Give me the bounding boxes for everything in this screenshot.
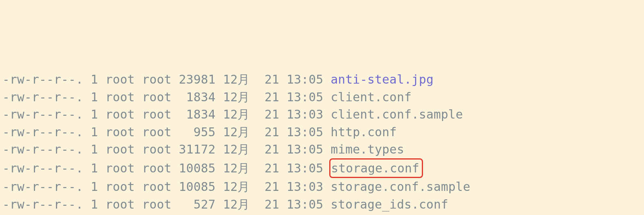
col-links: 1 (91, 90, 98, 104)
col-month: 12月 (223, 72, 250, 86)
col-links: 1 (91, 72, 98, 86)
file-row: -rw-r--r--. 1 root root 31172 12月 21 13:… (2, 141, 642, 158)
col-month: 12月 (223, 197, 250, 211)
col-owner: root (105, 72, 135, 86)
col-perms: -rw-r--r--. (2, 180, 83, 194)
col-perms: -rw-r--r--. (2, 72, 83, 86)
col-size: 10085 (179, 161, 215, 175)
col-day: 21 (264, 180, 279, 194)
col-month: 12月 (223, 125, 250, 139)
col-perms: -rw-r--r--. (2, 125, 83, 139)
file-row: -rw-r--r--. 1 root root 1834 12月 21 13:0… (2, 106, 642, 123)
col-owner: root (105, 180, 135, 194)
col-month: 12月 (223, 90, 250, 104)
file-row: -rw-r--r--. 1 root root 955 12月 21 13:05… (2, 123, 642, 141)
file-name: client.conf.sample (331, 107, 463, 121)
col-owner: root (105, 125, 135, 139)
col-perms: -rw-r--r--. (2, 161, 83, 175)
col-owner: root (105, 197, 135, 211)
file-name: storage_ids.conf (331, 197, 448, 211)
file-name: http.conf (331, 125, 397, 139)
col-month: 12月 (223, 180, 250, 194)
file-row: -rw-r--r--. 1 root root 23981 12月 21 13:… (2, 71, 642, 88)
file-row: -rw-r--r--. 1 root root 527 12月 21 13:05… (2, 196, 642, 213)
col-time: 13:05 (287, 197, 323, 211)
col-size: 31172 (179, 142, 215, 156)
col-links: 1 (91, 142, 98, 156)
col-size: 955 (179, 125, 215, 139)
file-name: mime.types (331, 142, 405, 156)
col-size: 1834 (179, 107, 215, 121)
col-day: 21 (264, 90, 279, 104)
col-group: root (142, 197, 171, 211)
col-time: 13:05 (287, 90, 323, 104)
col-group: root (142, 107, 171, 121)
file-row: -rw-r--r--. 1 root root 10085 12月 21 13:… (2, 178, 642, 196)
col-owner: root (105, 90, 135, 104)
col-size: 10085 (179, 180, 215, 194)
col-perms: -rw-r--r--. (2, 142, 83, 156)
col-group: root (142, 180, 171, 194)
col-day: 21 (264, 197, 279, 211)
file-row: -rw-r--r--. 1 root root 10085 12月 21 13:… (2, 158, 642, 178)
col-links: 1 (91, 161, 98, 175)
col-size: 23981 (179, 72, 215, 86)
file-row: -rw-r--r--. 1 root root 527 12月 21 13:03… (2, 213, 642, 215)
col-month: 12月 (223, 161, 250, 175)
file-name: anti-steal.jpg (331, 72, 434, 86)
col-day: 21 (264, 72, 279, 86)
col-month: 12月 (223, 142, 250, 156)
col-owner: root (105, 161, 135, 175)
file-row: -rw-r--r--. 1 root root 1834 12月 21 13:0… (2, 88, 642, 106)
col-group: root (142, 142, 171, 156)
col-perms: -rw-r--r--. (2, 90, 83, 104)
col-group: root (142, 72, 171, 86)
file-name: storage.conf.sample (331, 180, 471, 194)
col-size: 527 (179, 197, 215, 211)
col-links: 1 (91, 125, 98, 139)
col-time: 13:03 (287, 180, 323, 194)
col-time: 13:05 (287, 72, 323, 86)
col-month: 12月 (223, 107, 250, 121)
col-group: root (142, 125, 171, 139)
col-perms: -rw-r--r--. (2, 107, 83, 121)
col-day: 21 (264, 125, 279, 139)
col-time: 13:03 (287, 107, 323, 121)
col-owner: root (105, 107, 135, 121)
col-links: 1 (91, 180, 98, 194)
terminal-output: -rw-r--r--. 1 root root 23981 12月 21 13:… (2, 71, 642, 215)
col-time: 13:05 (287, 125, 323, 139)
col-group: root (142, 90, 171, 104)
col-day: 21 (264, 161, 279, 175)
col-links: 1 (91, 197, 98, 211)
col-size: 1834 (179, 90, 215, 104)
col-links: 1 (91, 107, 98, 121)
col-owner: root (105, 142, 135, 156)
file-name-highlighted: storage.conf (329, 158, 423, 178)
file-name: client.conf (331, 90, 412, 104)
col-time: 13:05 (287, 142, 323, 156)
col-time: 13:05 (287, 161, 323, 175)
col-day: 21 (264, 107, 279, 121)
col-day: 21 (264, 142, 279, 156)
col-perms: -rw-r--r--. (2, 197, 83, 211)
col-group: root (142, 161, 171, 175)
